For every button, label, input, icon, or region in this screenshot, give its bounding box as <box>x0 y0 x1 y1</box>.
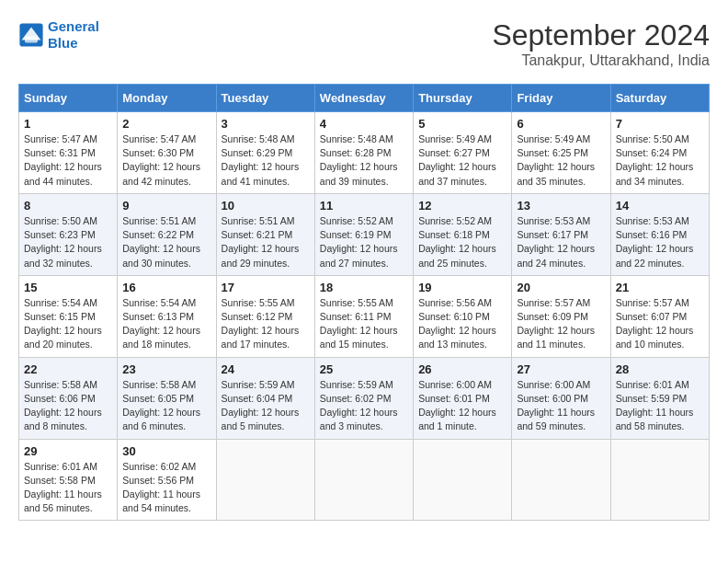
calendar-cell <box>314 439 413 521</box>
calendar-cell: 10Sunrise: 5:51 AMSunset: 6:21 PMDayligh… <box>216 193 314 275</box>
cell-info: Sunrise: 5:57 AMSunset: 6:07 PMDaylight:… <box>616 296 704 352</box>
cell-day-number: 4 <box>320 117 408 131</box>
calendar-cell: 4Sunrise: 5:48 AMSunset: 6:28 PMDaylight… <box>314 112 413 194</box>
calendar-cell: 20Sunrise: 5:57 AMSunset: 6:09 PMDayligh… <box>512 275 610 357</box>
cell-day-number: 6 <box>517 117 605 131</box>
location-title: Tanakpur, Uttarakhand, India <box>492 52 710 69</box>
cell-info: Sunrise: 5:52 AMSunset: 6:19 PMDaylight:… <box>320 214 408 270</box>
cell-info: Sunrise: 5:47 AMSunset: 6:31 PMDaylight:… <box>24 132 112 189</box>
cell-day-number: 21 <box>616 281 704 294</box>
calendar-cell: 12Sunrise: 5:52 AMSunset: 6:18 PMDayligh… <box>414 193 512 275</box>
cell-day-number: 28 <box>616 362 704 376</box>
cell-day-number: 2 <box>122 117 210 131</box>
calendar-cell <box>414 439 512 521</box>
cell-info: Sunrise: 6:02 AMSunset: 5:56 PMDaylight:… <box>122 460 210 516</box>
week-row-5: 29Sunrise: 6:01 AMSunset: 5:58 PMDayligh… <box>19 439 710 521</box>
calendar-cell: 13Sunrise: 5:53 AMSunset: 6:17 PMDayligh… <box>512 193 610 275</box>
calendar-cell: 14Sunrise: 5:53 AMSunset: 6:16 PMDayligh… <box>610 193 709 275</box>
cell-info: Sunrise: 5:52 AMSunset: 6:18 PMDaylight:… <box>418 214 506 270</box>
calendar-cell <box>216 439 314 521</box>
cell-info: Sunrise: 6:01 AMSunset: 5:58 PMDaylight:… <box>24 460 112 516</box>
calendar-cell: 19Sunrise: 5:56 AMSunset: 6:10 PMDayligh… <box>414 275 512 357</box>
cell-info: Sunrise: 5:59 AMSunset: 6:02 PMDaylight:… <box>320 378 408 434</box>
cell-info: Sunrise: 5:53 AMSunset: 6:16 PMDaylight:… <box>616 214 704 270</box>
calendar-cell <box>512 439 610 521</box>
calendar-cell: 23Sunrise: 5:58 AMSunset: 6:05 PMDayligh… <box>118 357 216 439</box>
calendar-table: SundayMondayTuesdayWednesdayThursdayFrid… <box>18 84 710 521</box>
calendar-cell: 24Sunrise: 5:59 AMSunset: 6:04 PMDayligh… <box>216 357 314 439</box>
weekday-header-thursday: Thursday <box>414 85 512 112</box>
cell-info: Sunrise: 5:56 AMSunset: 6:10 PMDaylight:… <box>418 296 506 352</box>
cell-day-number: 23 <box>122 362 210 376</box>
cell-info: Sunrise: 5:48 AMSunset: 6:28 PMDaylight:… <box>320 132 408 189</box>
cell-day-number: 9 <box>122 199 210 213</box>
calendar-cell: 27Sunrise: 6:00 AMSunset: 6:00 PMDayligh… <box>512 357 610 439</box>
weekday-header-sunday: Sunday <box>19 85 118 112</box>
calendar-cell <box>610 439 709 521</box>
cell-day-number: 11 <box>320 199 408 213</box>
cell-day-number: 8 <box>24 199 112 213</box>
calendar-cell: 26Sunrise: 6:00 AMSunset: 6:01 PMDayligh… <box>414 357 512 439</box>
cell-info: Sunrise: 5:59 AMSunset: 6:04 PMDaylight:… <box>222 378 310 434</box>
calendar-cell: 16Sunrise: 5:54 AMSunset: 6:13 PMDayligh… <box>118 275 216 357</box>
cell-day-number: 19 <box>418 281 506 294</box>
cell-info: Sunrise: 5:49 AMSunset: 6:25 PMDaylight:… <box>517 132 605 189</box>
cell-day-number: 20 <box>517 281 605 294</box>
weekday-header-friday: Friday <box>512 85 610 112</box>
cell-day-number: 27 <box>517 362 605 376</box>
calendar-cell: 3Sunrise: 5:48 AMSunset: 6:29 PMDaylight… <box>216 112 314 194</box>
cell-info: Sunrise: 5:51 AMSunset: 6:22 PMDaylight:… <box>122 214 210 270</box>
cell-info: Sunrise: 5:51 AMSunset: 6:21 PMDaylight:… <box>222 214 310 270</box>
cell-day-number: 30 <box>122 444 210 458</box>
week-row-4: 22Sunrise: 5:58 AMSunset: 6:06 PMDayligh… <box>19 357 710 439</box>
cell-day-number: 22 <box>24 362 112 376</box>
logo-icon <box>18 22 44 48</box>
cell-day-number: 14 <box>616 199 704 213</box>
cell-day-number: 1 <box>24 117 112 131</box>
calendar-cell: 28Sunrise: 6:01 AMSunset: 5:59 PMDayligh… <box>610 357 709 439</box>
weekday-header-tuesday: Tuesday <box>216 85 314 112</box>
calendar-cell: 22Sunrise: 5:58 AMSunset: 6:06 PMDayligh… <box>19 357 118 439</box>
calendar-cell: 29Sunrise: 6:01 AMSunset: 5:58 PMDayligh… <box>19 439 118 521</box>
cell-day-number: 24 <box>222 362 310 376</box>
calendar-cell: 1Sunrise: 5:47 AMSunset: 6:31 PMDaylight… <box>19 112 118 194</box>
cell-day-number: 3 <box>222 117 310 131</box>
title-area: September 2024 Tanakpur, Uttarakhand, In… <box>492 18 710 69</box>
calendar-cell: 18Sunrise: 5:55 AMSunset: 6:11 PMDayligh… <box>314 275 413 357</box>
page-header: General Blue September 2024 Tanakpur, Ut… <box>18 18 710 69</box>
logo-text: General Blue <box>48 18 99 52</box>
cell-info: Sunrise: 6:00 AMSunset: 6:01 PMDaylight:… <box>418 378 506 434</box>
calendar-cell: 5Sunrise: 5:49 AMSunset: 6:27 PMDaylight… <box>414 112 512 194</box>
week-row-1: 1Sunrise: 5:47 AMSunset: 6:31 PMDaylight… <box>19 112 710 194</box>
cell-day-number: 5 <box>418 117 506 131</box>
calendar-cell: 2Sunrise: 5:47 AMSunset: 6:30 PMDaylight… <box>118 112 216 194</box>
cell-day-number: 13 <box>517 199 605 213</box>
cell-day-number: 17 <box>222 281 310 294</box>
calendar-cell: 17Sunrise: 5:55 AMSunset: 6:12 PMDayligh… <box>216 275 314 357</box>
calendar-cell: 30Sunrise: 6:02 AMSunset: 5:56 PMDayligh… <box>118 439 216 521</box>
week-row-2: 8Sunrise: 5:50 AMSunset: 6:23 PMDaylight… <box>19 193 710 275</box>
calendar-cell: 8Sunrise: 5:50 AMSunset: 6:23 PMDaylight… <box>19 193 118 275</box>
cell-day-number: 16 <box>122 281 210 294</box>
calendar-cell: 15Sunrise: 5:54 AMSunset: 6:15 PMDayligh… <box>19 275 118 357</box>
cell-day-number: 25 <box>320 362 408 376</box>
svg-rect-2 <box>25 36 38 42</box>
cell-info: Sunrise: 5:55 AMSunset: 6:12 PMDaylight:… <box>222 296 310 352</box>
cell-info: Sunrise: 5:54 AMSunset: 6:13 PMDaylight:… <box>122 296 210 352</box>
weekday-header-row: SundayMondayTuesdayWednesdayThursdayFrid… <box>19 85 710 112</box>
cell-day-number: 26 <box>418 362 506 376</box>
cell-info: Sunrise: 6:00 AMSunset: 6:00 PMDaylight:… <box>517 378 605 434</box>
cell-day-number: 12 <box>418 199 506 213</box>
cell-day-number: 29 <box>24 444 112 458</box>
logo: General Blue <box>18 18 99 52</box>
cell-info: Sunrise: 5:50 AMSunset: 6:24 PMDaylight:… <box>616 132 704 189</box>
calendar-cell: 9Sunrise: 5:51 AMSunset: 6:22 PMDaylight… <box>118 193 216 275</box>
weekday-header-saturday: Saturday <box>610 85 709 112</box>
cell-info: Sunrise: 5:54 AMSunset: 6:15 PMDaylight:… <box>24 296 112 352</box>
cell-day-number: 15 <box>24 281 112 294</box>
cell-info: Sunrise: 5:50 AMSunset: 6:23 PMDaylight:… <box>24 214 112 270</box>
calendar-cell: 11Sunrise: 5:52 AMSunset: 6:19 PMDayligh… <box>314 193 413 275</box>
cell-info: Sunrise: 5:53 AMSunset: 6:17 PMDaylight:… <box>517 214 605 270</box>
cell-info: Sunrise: 5:49 AMSunset: 6:27 PMDaylight:… <box>418 132 506 189</box>
calendar-cell: 25Sunrise: 5:59 AMSunset: 6:02 PMDayligh… <box>314 357 413 439</box>
